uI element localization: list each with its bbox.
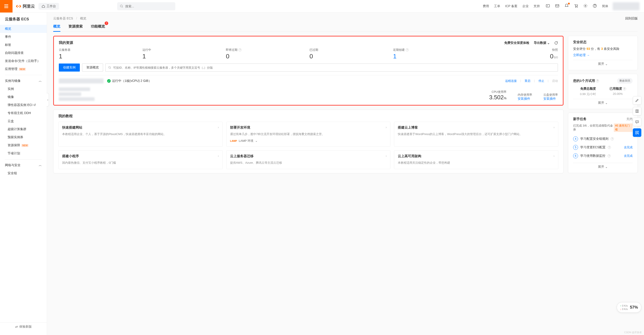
help-icon[interactable]: ?	[608, 154, 611, 158]
svg-rect-23	[638, 134, 639, 134]
install-plugin-link[interactable]: 安装插件	[518, 97, 532, 101]
restart-link[interactable]: 重启	[524, 79, 530, 83]
book-icon[interactable]	[633, 107, 641, 116]
sidebar-images[interactable]: 镜像	[0, 93, 47, 101]
tutorial-build-website[interactable]: 快速搭建网站 › 本教程适用企业、个人，基于开源的PbootCMS，快速搭建拥有…	[58, 122, 223, 147]
crumb-ecs[interactable]: 云服务器 ECS	[53, 16, 73, 20]
stat-recent: 近期创建?1	[393, 48, 474, 60]
tutorial-ha[interactable]: 云上高可用架构 › 本教程适用关注稳定性的企业，帮您构建	[394, 150, 558, 169]
instance-search-input[interactable]	[113, 66, 555, 69]
trial-expand[interactable]: 展开 ⌄	[573, 99, 632, 105]
menu-icon[interactable]	[0, 0, 12, 12]
nav-enterprise[interactable]: 企业	[522, 4, 528, 8]
sidebar-troubleshoot[interactable]: 自助问题排查	[0, 49, 47, 57]
sidebar-cloudbox[interactable]: 云盒	[0, 117, 47, 125]
chevron-down-icon: ⌄	[605, 165, 608, 168]
resource-overview-button[interactable]: 资源概览	[82, 64, 103, 72]
nav-cost[interactable]: 费用	[483, 4, 489, 8]
bell-icon[interactable]	[564, 4, 569, 9]
lamp-icon: LAMP	[230, 140, 237, 142]
sidebar-tags[interactable]: 标签	[0, 41, 47, 49]
disk-usage: 云盘使用率 安装插件	[544, 93, 558, 101]
nav-icp[interactable]: ICP 备案	[505, 4, 518, 8]
tutorial-miniprogram[interactable]: 搭建小程序 › 国内最热微信、支付宝小程序教程，0门槛	[58, 150, 223, 169]
chat-icon[interactable]	[633, 118, 641, 126]
task-item-5: 5学习变更ECS配置? 去完成	[573, 143, 632, 152]
help-icon[interactable]: ?	[623, 87, 626, 90]
tutorial-deploy-env[interactable]: 部署开发环境 › 通过简单几步，图中7种主流开发环境轻松部署，摆脱海量文档搜索之…	[226, 122, 391, 147]
language-selector[interactable]: 简体	[602, 4, 608, 8]
install-plugin-link[interactable]: 安装插件	[544, 97, 558, 101]
sidebar-group-instances[interactable]: 实例与镜像︿	[0, 77, 47, 85]
handle-now-link[interactable]: 立即处理 →	[573, 53, 632, 57]
workspace-button[interactable]: 工作台	[38, 3, 59, 10]
tasks-title: 新手任务	[573, 117, 586, 121]
sidebar-try-new[interactable]: ⇄ 体验新版	[0, 322, 47, 331]
tab-feature-overview[interactable]: 功能概览7	[91, 22, 105, 32]
sidebar-send-command[interactable]: 发送命令/文件（云助手）	[0, 57, 47, 65]
remote-connect-link[interactable]: 远程连接	[505, 79, 517, 83]
tutorial-migration[interactable]: 云上服务器迁移 › 提供AWS、Azure、腾讯云等主流云迁移	[226, 150, 391, 169]
sidebar-supercompute[interactable]: 超级计算集群	[0, 125, 47, 133]
task-go-link[interactable]: 去完成	[624, 154, 632, 158]
qr-icon[interactable]	[633, 128, 641, 137]
tutorial-blog[interactable]: 搭建云上博客 › 快速搭建基于WordPress的云上博客，WordPress强…	[394, 122, 558, 147]
sidebar-events[interactable]: 事件	[0, 33, 47, 41]
svg-point-10	[585, 5, 586, 6]
refresh-icon[interactable]	[554, 41, 558, 45]
sidebar-collapse-handle[interactable]: ‹	[47, 93, 49, 106]
help-icon[interactable]: ?	[238, 48, 242, 52]
tasks-close[interactable]: 关闭	[626, 117, 632, 121]
sidebar-eci[interactable]: 弹性容器实例 ECI	[0, 101, 47, 109]
stat-expired: 已过期0	[310, 48, 391, 60]
sidebar-app-manage[interactable]: 应用管理NEW	[0, 65, 47, 73]
help-icon[interactable]: ?	[406, 48, 409, 52]
help-icon[interactable]: ?	[608, 146, 611, 149]
chevron-down-icon: ⌄	[255, 139, 258, 142]
sidebar-overview[interactable]: 概览	[0, 25, 47, 33]
tab-resource-search[interactable]: 资源搜索	[68, 22, 83, 32]
nav-ticket[interactable]: 工单	[494, 4, 500, 8]
cloud-shell-icon[interactable]	[546, 4, 550, 9]
help-icon[interactable]	[592, 4, 597, 9]
export-data-link[interactable]: 导出数据 ⌄	[534, 41, 550, 45]
settings-icon[interactable]	[583, 4, 588, 9]
svg-point-17	[637, 122, 637, 122]
user-avatar[interactable]	[613, 2, 640, 10]
sidebar-resource-guarantee[interactable]: 资源保障NEW	[0, 141, 47, 150]
sidebar-savings-plan[interactable]: 节省计划	[0, 150, 47, 158]
watermark: CSDN @开发者	[624, 331, 642, 334]
global-search-input[interactable]	[125, 4, 173, 8]
stop-link[interactable]: 停止	[538, 79, 544, 83]
crumb-overview: 概览	[80, 16, 86, 20]
help-icon[interactable]: ?	[611, 137, 614, 140]
tab-overview[interactable]: 概览	[53, 22, 60, 32]
sidebar-group-network[interactable]: 网络与安全︿	[0, 161, 47, 169]
global-search[interactable]	[117, 2, 175, 10]
network-speed-widget[interactable]: ↑ 0 K/s ↓ 0 K/s 57%	[617, 302, 641, 313]
task-go-link[interactable]: 去完成	[624, 145, 632, 150]
step-number-icon: 5	[573, 145, 578, 150]
cart-icon[interactable]	[574, 4, 578, 9]
chevron-down-icon: ⌄	[605, 62, 608, 66]
instance-row: ✓ 运行中（1核(vCPU) 2 GiB） 远程连接| 重启| 停止| 启动	[59, 75, 558, 101]
help-icon[interactable]: ?	[596, 80, 599, 82]
top-header: 阿里云 工作台 费用 工单 ICP 备案 企业 支持 简体	[0, 0, 644, 12]
sidebar-reserved[interactable]: 预留实例券	[0, 133, 47, 141]
edit-icon[interactable]	[633, 96, 641, 105]
old-version-link[interactable]: 回到旧版	[625, 16, 638, 20]
nav-support[interactable]: 支持	[534, 4, 540, 8]
search-icon	[120, 4, 124, 8]
message-icon[interactable]	[555, 4, 560, 9]
used-quota: 已用额度? 20.00%	[603, 87, 632, 96]
brand-logo[interactable]: 阿里云	[16, 3, 35, 9]
free-security-check-link[interactable]: 免费安全深度体检	[504, 41, 529, 45]
sidebar-ddh[interactable]: 专有宿主机 DDH	[0, 109, 47, 117]
instance-search[interactable]	[105, 64, 558, 72]
tasks-expand[interactable]: 展开 ⌄	[573, 163, 632, 169]
sidebar-security-group[interactable]: 安全组	[0, 169, 47, 177]
sidebar-instances[interactable]: 实例	[0, 85, 47, 93]
create-instance-button[interactable]: 创建实例	[59, 64, 80, 72]
security-expand[interactable]: 展开 ⌄	[573, 60, 632, 66]
trial-remaining: 剩余30天	[617, 78, 632, 84]
